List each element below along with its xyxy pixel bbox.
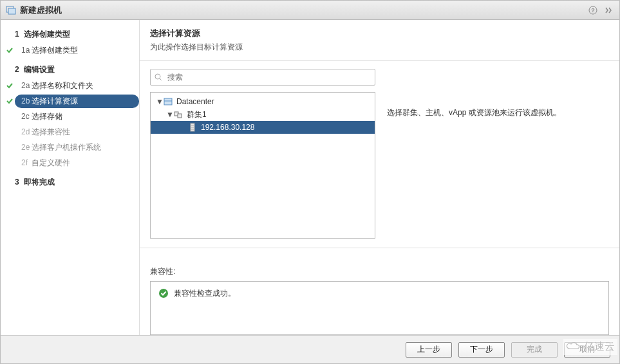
expand-icon[interactable] — [603, 5, 614, 16]
tree-host[interactable]: 192.168.30.128 — [151, 121, 375, 134]
tree-cluster[interactable]: ▼ 群集1 — [151, 108, 375, 121]
svg-point-4 — [155, 74, 160, 79]
divider — [140, 248, 619, 248]
datacenter-icon — [164, 97, 174, 106]
step-label: 选择名称和文件夹 — [32, 80, 93, 91]
cancel-button[interactable]: 取消 — [564, 342, 610, 358]
svg-rect-1 — [8, 8, 15, 14]
checkmark-icon — [6, 46, 15, 54]
checkmark-icon — [6, 97, 15, 105]
back-button[interactable]: 上一步 — [406, 342, 452, 358]
svg-rect-9 — [178, 114, 182, 118]
step-group-1: 1 选择创建类型 — [1, 26, 139, 42]
chevron-down-icon[interactable]: ▼ — [156, 97, 164, 106]
step-2c[interactable]: 2c 选择存储 — [1, 109, 139, 124]
host-icon — [188, 123, 198, 132]
tree-datacenter[interactable]: ▼ Datacenter — [151, 95, 375, 108]
chevron-down-icon[interactable]: ▼ — [166, 110, 174, 119]
step-label: 选择存储 — [32, 111, 62, 122]
svg-text:?: ? — [591, 7, 595, 14]
window-title: 新建虚拟机 — [20, 5, 62, 16]
step-group-3: 3 即将完成 — [1, 174, 139, 190]
compat-box: 兼容性检查成功。 — [150, 281, 609, 335]
help-icon[interactable]: ? — [587, 5, 599, 16]
checkmark-icon — [6, 82, 15, 89]
tree-label: 192.168.30.128 — [201, 123, 254, 132]
wizard-sidebar: 1 选择创建类型 1a 选择创建类型 2 编辑设置 — [1, 20, 140, 335]
next-button[interactable]: 下一步 — [458, 342, 505, 358]
step-label: 选择客户机操作系统 — [32, 142, 101, 153]
main-panel: 选择计算资源 为此操作选择目标计算资源 ▼ — [140, 20, 619, 335]
dialog-footer: 上一步 下一步 完成 取消 — [1, 335, 619, 363]
svg-rect-6 — [164, 98, 172, 105]
new-vm-dialog: 新建虚拟机 ? 1 选择创建类型 1a 选择创建类型 — [0, 0, 620, 364]
page-subtitle: 为此操作选择目标计算资源 — [150, 42, 609, 53]
tree-label: Datacenter — [176, 97, 214, 106]
success-icon — [158, 288, 169, 298]
step-group-2: 2 编辑设置 — [1, 62, 139, 78]
step-2e: 2e 选择客户机操作系统 — [1, 140, 139, 155]
resource-tree[interactable]: ▼ Datacenter ▼ 群集1 — [150, 92, 375, 239]
cluster-icon — [174, 110, 184, 119]
svg-line-5 — [160, 78, 162, 80]
step-label: 选择兼容性 — [32, 127, 70, 138]
finish-button: 完成 — [511, 342, 558, 358]
step-label: 选择创建类型 — [32, 45, 78, 56]
page-title: 选择计算资源 — [150, 28, 609, 39]
vm-icon — [6, 5, 16, 15]
step-1a[interactable]: 1a 选择创建类型 — [1, 42, 139, 58]
search-input[interactable] — [166, 72, 371, 82]
step-2b[interactable]: 2b 选择计算资源 — [1, 93, 139, 109]
compat-label: 兼容性: — [150, 266, 609, 277]
step-2a[interactable]: 2a 选择名称和文件夹 — [1, 78, 139, 93]
search-icon — [155, 73, 162, 81]
titlebar: 新建虚拟机 ? — [1, 1, 619, 20]
step-2f: 2f 自定义硬件 — [1, 155, 139, 170]
tree-label: 群集1 — [187, 109, 207, 120]
search-box[interactable] — [150, 69, 375, 86]
compat-message: 兼容性检查成功。 — [174, 288, 236, 299]
selection-hint: 选择群集、主机、vApp 或资源池来运行该虚拟机。 — [387, 69, 609, 239]
step-2d: 2d 选择兼容性 — [1, 124, 139, 140]
step-label: 选择计算资源 — [32, 96, 78, 107]
divider — [140, 60, 619, 61]
step-label: 自定义硬件 — [32, 158, 70, 168]
